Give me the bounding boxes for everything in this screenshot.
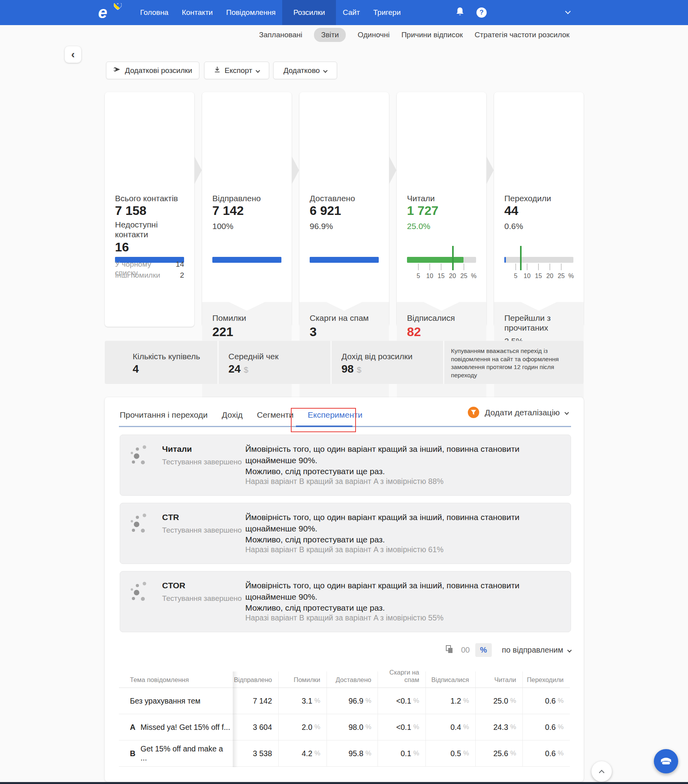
col-header-errors[interactable]: Помилки xyxy=(279,671,327,688)
annotation-red-box xyxy=(291,408,356,432)
col-header-spam[interactable]: Скарги на спам xyxy=(378,671,426,688)
nav-item-campaigns[interactable]: Розсилки xyxy=(282,0,336,25)
nav-item-home[interactable]: Головна xyxy=(133,0,175,25)
nav-item-label: Тригери xyxy=(373,8,401,17)
stat-card-delivered: Доставлено 6 921 96.9% Скарги на спам 3 … xyxy=(299,92,389,327)
scale-label: 5 xyxy=(514,273,518,280)
nav-item-label: Сайт xyxy=(343,8,360,17)
experiment-dots-icon xyxy=(129,582,153,604)
chat-icon xyxy=(660,757,672,765)
stat-title: Відправлено xyxy=(212,193,285,203)
nav-item-site[interactable]: Сайт xyxy=(336,0,367,25)
experiment-description: Ймовірність того, що один варіант кращий… xyxy=(245,444,557,477)
unavailable-value: 16 xyxy=(115,240,129,255)
col-header-clicked[interactable]: Переходили xyxy=(523,671,570,688)
stat-card-total-contacts: Всього контактів 7 158 ? Недоступні конт… xyxy=(105,92,194,327)
cell-spam: <0.1% xyxy=(378,688,426,714)
user-menu-chevron-icon[interactable] xyxy=(565,9,571,14)
funnel-arrow-icon xyxy=(389,156,396,184)
cell-sent: 7 142 xyxy=(233,688,279,714)
currency-sign: $ xyxy=(357,365,361,374)
experiment-retry-text: Можливо, слід протестувати ще раз. xyxy=(245,534,557,546)
tab-revenue[interactable]: Дохід xyxy=(222,410,243,420)
more-button[interactable]: Додатково xyxy=(273,62,337,79)
tab-reads-and-clicks[interactable]: Прочитання і переходи xyxy=(120,410,208,420)
stat-percent: 0.6% xyxy=(504,222,523,231)
sub-title: Скарги на спам xyxy=(310,313,380,323)
subnav-unsubscribe-reasons[interactable]: Причини відписок xyxy=(401,31,463,39)
mode-dropdown[interactable]: по відправленим xyxy=(502,646,563,655)
export-label: Експорт xyxy=(224,66,252,75)
unavailable-title: Недоступні контакти xyxy=(115,220,158,239)
nav-item-label: Повідомлення xyxy=(226,8,276,17)
table-row-subject[interactable]: Без урахування тем xyxy=(119,688,233,714)
percent-toggle[interactable]: % xyxy=(475,643,492,657)
experiment-status: Тестування завершено xyxy=(162,526,242,535)
logo-letter: e xyxy=(98,3,107,22)
subnav-reports[interactable]: Звіти xyxy=(314,28,346,42)
stat-value: 7 142 xyxy=(212,204,244,218)
download-icon xyxy=(214,66,221,75)
table-row-subject[interactable]: AMissed ya! Get 15% off f... xyxy=(119,714,233,740)
scale-label: 10 xyxy=(524,273,531,280)
count-toggle[interactable]: 00 xyxy=(461,646,470,655)
nav-item-messages[interactable]: Повідомлення xyxy=(219,0,282,25)
cell-clicked: 0.6% xyxy=(523,740,570,767)
experiment-result-text: Наразі варіант B кращий за варіант A з і… xyxy=(245,545,443,554)
cell-read: 25.0% xyxy=(476,688,523,714)
detail-funnel-icon xyxy=(468,407,479,418)
results-table: Тема повідомлення Відправлено Помилки До… xyxy=(119,671,570,767)
nav-item-triggers[interactable]: Тригери xyxy=(367,0,407,25)
scroll-to-top-button[interactable] xyxy=(591,761,612,782)
col-header-subject[interactable]: Тема повідомлення xyxy=(119,671,233,688)
campaigns-icon xyxy=(113,65,121,75)
scale-label: % xyxy=(471,273,476,280)
ukraine-heart-icon xyxy=(114,3,122,12)
cell-spam: 0.1% xyxy=(378,740,426,767)
experiment-metric: CTOR xyxy=(162,581,185,590)
experiment-description: Ймовірність того, що один варіант кращий… xyxy=(245,580,557,614)
col-header-delivered[interactable]: Доставлено xyxy=(327,671,378,688)
subject-text: Get 15% off and make a ... xyxy=(141,744,231,762)
purchases-strip: Кількість купівель 4 Середній чек 24 $ Д… xyxy=(105,341,584,384)
stat-card-sent: Відправлено 7 142 100% Помилки 221 3.1% xyxy=(202,92,292,327)
nav-item-contacts[interactable]: Контакти xyxy=(175,0,219,25)
tab-segments[interactable]: Сегменти xyxy=(257,410,294,420)
nav-item-label: Розсилки xyxy=(293,8,325,17)
stat-percent: 96.9% xyxy=(310,222,333,231)
divider xyxy=(443,341,444,384)
esputnik-logo[interactable]: e xyxy=(98,3,122,22)
other-errors-label: Інші помилки xyxy=(115,271,160,280)
help-icon[interactable]: ? xyxy=(476,7,487,18)
experiment-dots-icon xyxy=(129,445,153,467)
back-button[interactable]: ‹ xyxy=(65,46,81,63)
cell-sent: 3 604 xyxy=(233,714,279,740)
bell-icon[interactable] xyxy=(455,7,465,18)
subnav-scheduled[interactable]: Заплановані xyxy=(259,31,302,39)
sub-value: 3 xyxy=(310,325,317,339)
divider xyxy=(217,341,219,384)
progress-bar xyxy=(310,257,379,263)
sub-title: Перейшли з прочитаних xyxy=(504,313,575,333)
other-errors-row: Інші помилки 2 xyxy=(115,271,184,280)
additional-campaigns-button[interactable]: Додаткові розсилки xyxy=(106,62,199,79)
copy-icon[interactable] xyxy=(446,645,453,655)
cell-clicked: 0.6% xyxy=(523,688,570,714)
help-glyph: ? xyxy=(480,9,484,16)
col-header-unsubscribed[interactable]: Відписалися xyxy=(426,671,476,688)
subnav-frequency-strategy[interactable]: Стратегія частоти розсилок xyxy=(474,31,569,39)
col-header-read[interactable]: Читали xyxy=(476,671,523,688)
funnel-arrow-icon xyxy=(292,156,299,184)
subnav-single[interactable]: Одиночні xyxy=(358,31,389,39)
progress-bar xyxy=(504,257,573,263)
col-header-sent[interactable]: Відправлено xyxy=(233,671,279,688)
scale-label: 25 xyxy=(460,273,467,280)
chat-widget-button[interactable] xyxy=(654,749,678,773)
export-button[interactable]: Експорт xyxy=(204,62,269,79)
add-detail-dropdown[interactable]: Додати деталізацію xyxy=(468,407,568,418)
subject-text: Missed ya! Get 15% off f... xyxy=(141,723,230,732)
cell-delivered: 98.0% xyxy=(327,714,378,740)
sub-title: Відписалися xyxy=(407,313,478,323)
table-row-subject[interactable]: BGet 15% off and make a ... xyxy=(119,740,233,767)
experiment-status: Тестування завершено xyxy=(162,458,242,466)
